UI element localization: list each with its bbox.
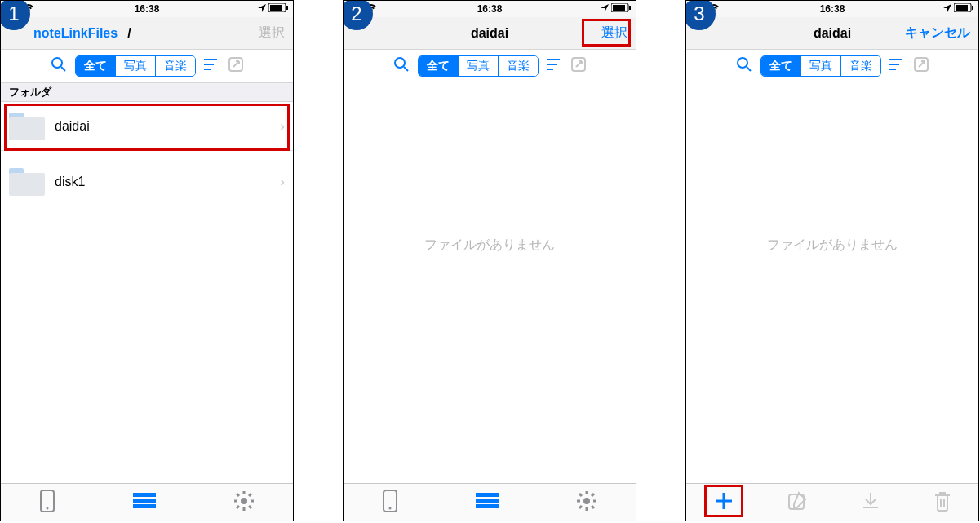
back-button[interactable]: noteLinkFiles / (9, 26, 131, 41)
filter-photo[interactable]: 写真 (801, 56, 841, 76)
svg-line-24 (249, 506, 251, 508)
chevron-right-icon: › (280, 118, 285, 135)
folder-label: daidai (55, 119, 90, 134)
svg-rect-17 (133, 504, 156, 508)
share-icon (914, 57, 929, 75)
nav-bar: noteLinkFiles / 選択 (1, 17, 293, 50)
filter-toolbar: 全て 写真 音楽 (1, 50, 293, 82)
screen-2: 2 16:38 daidai 選択 全て 写真 音楽 ファイルがありません (343, 0, 636, 521)
select-button[interactable]: 選択 (601, 24, 627, 42)
filter-toolbar: 全て 写真 音楽 (344, 50, 636, 82)
section-header-folder: フォルダ (1, 82, 293, 102)
filter-all[interactable]: 全て (761, 56, 801, 76)
filter-music[interactable]: 音楽 (841, 56, 880, 76)
svg-line-25 (237, 506, 239, 508)
status-bar: 16:38 (686, 1, 978, 17)
svg-point-7 (52, 58, 62, 68)
clock-text: 16:38 (477, 3, 503, 15)
filter-all[interactable]: 全て (419, 56, 459, 76)
svg-line-53 (592, 494, 594, 496)
svg-point-18 (241, 498, 247, 504)
sort-icon[interactable] (204, 58, 220, 74)
search-icon[interactable] (51, 56, 67, 76)
folder-row-daidai[interactable]: daidai › (1, 102, 293, 151)
status-bar: 16:38 (1, 1, 293, 17)
folder-row-disk1[interactable]: disk1 › (1, 157, 293, 206)
tab-device-icon[interactable] (382, 490, 398, 516)
clock-text: 16:38 (820, 3, 845, 15)
breadcrumb: / (127, 26, 131, 41)
empty-state: ファイルがありません (686, 237, 978, 254)
folder-icon (9, 113, 45, 140)
svg-rect-42 (476, 493, 499, 497)
svg-point-45 (583, 498, 590, 504)
tab-bar (344, 483, 636, 521)
filter-music[interactable]: 音楽 (499, 56, 538, 76)
filter-toolbar: 全て 写真 音楽 (686, 50, 978, 82)
filter-photo[interactable]: 写真 (459, 56, 499, 76)
download-icon (861, 491, 880, 514)
select-button[interactable]: 選択 (259, 24, 285, 42)
edit-icon (787, 491, 807, 514)
add-button[interactable] (713, 490, 734, 515)
sort-icon[interactable] (547, 58, 563, 74)
filter-photo[interactable]: 写真 (116, 56, 156, 76)
filter-segmented: 全て 写真 音楽 (418, 55, 539, 77)
folder-label: disk1 (55, 175, 85, 189)
svg-point-41 (389, 507, 392, 509)
tab-list-icon[interactable] (476, 493, 499, 512)
svg-rect-43 (476, 499, 499, 503)
svg-line-51 (592, 506, 594, 508)
tab-list-icon[interactable] (133, 493, 156, 512)
nav-bar: daidai 選択 (344, 17, 636, 50)
svg-line-35 (404, 67, 408, 71)
svg-rect-15 (133, 493, 156, 497)
search-icon[interactable] (736, 56, 752, 76)
svg-line-23 (237, 494, 239, 496)
nav-bar: daidai キャンセル (686, 17, 978, 50)
empty-state: ファイルがありません (344, 237, 636, 254)
filter-music[interactable]: 音楽 (156, 56, 195, 76)
share-icon (571, 57, 586, 75)
svg-point-61 (738, 58, 747, 68)
folder-icon (9, 168, 45, 196)
svg-line-26 (249, 494, 251, 496)
svg-line-50 (579, 494, 582, 496)
screen-1: 1 16:38 noteLinkFiles / 選択 (0, 0, 294, 521)
screen-3: 3 16:38 daidai キャンセル 全て 写真 音楽 ファイルがありません (685, 0, 979, 521)
tab-bar (1, 483, 293, 521)
cancel-button[interactable]: キャンセル (905, 24, 970, 42)
tab-settings-icon[interactable] (233, 490, 255, 515)
filter-segmented: 全て 写真 音楽 (75, 55, 196, 77)
svg-rect-16 (133, 499, 156, 503)
svg-point-14 (47, 507, 49, 509)
back-label: noteLinkFiles (9, 26, 118, 41)
search-icon[interactable] (393, 56, 410, 76)
sort-icon[interactable] (889, 58, 906, 74)
filter-segmented: 全て 写真 音楽 (760, 55, 881, 77)
status-bar: 16:38 (344, 1, 636, 17)
clock-text: 16:38 (135, 3, 160, 15)
tab-device-icon[interactable] (39, 490, 55, 516)
svg-line-8 (61, 67, 65, 71)
svg-line-52 (579, 506, 582, 508)
action-bar (686, 483, 978, 521)
svg-rect-44 (476, 504, 499, 508)
svg-point-34 (395, 58, 405, 68)
tab-settings-icon[interactable] (576, 490, 597, 515)
share-icon (228, 57, 243, 75)
chevron-right-icon: › (280, 174, 285, 190)
page-title: daidai (344, 26, 636, 41)
svg-line-62 (747, 67, 751, 71)
trash-icon (933, 490, 951, 515)
filter-all[interactable]: 全て (76, 56, 116, 76)
